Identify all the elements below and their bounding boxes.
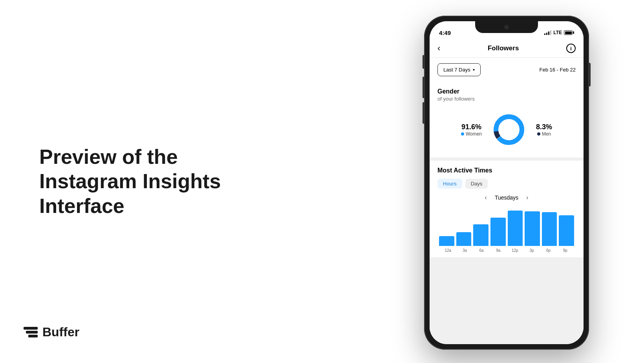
day-navigator: ‹ Tuesdays › (437, 194, 576, 201)
lte-label: LTE (553, 30, 562, 35)
phone-side-button-power (589, 63, 591, 86)
bar-chart (439, 207, 574, 246)
bar-3 (490, 218, 506, 246)
women-percentage: 91.6% (461, 123, 482, 131)
prev-day-button[interactable]: ‹ (485, 194, 487, 201)
bar-5 (525, 211, 540, 246)
women-label: Women (461, 131, 482, 137)
date-range-label: Feb 16 - Feb 22 (540, 67, 576, 73)
scroll-content[interactable]: Gender of your followers 91.6% Women (430, 82, 584, 344)
bar-item-7 (559, 207, 574, 246)
day-label: Tuesdays (495, 194, 518, 201)
phone-frame: 4:49 LTE ‹ (424, 16, 589, 350)
bar-6 (542, 212, 557, 246)
gender-chart-container: 91.6% Women (437, 108, 576, 151)
buffer-logo: Buffer (24, 325, 79, 339)
bar-item-6 (542, 207, 557, 246)
bar-label-3: 9a (491, 248, 506, 253)
bar-label-2: 6a (474, 248, 489, 253)
phone-side-button-vol-down (423, 102, 424, 124)
bar-item-3 (490, 207, 506, 246)
signal-bars-icon (544, 30, 551, 35)
bar-item-5 (525, 207, 540, 246)
back-button[interactable]: ‹ (437, 43, 440, 53)
gender-section: Gender of your followers 91.6% Women (430, 82, 584, 158)
bar-item-2 (473, 207, 488, 246)
phone-wrapper: 4:49 LTE ‹ (424, 16, 589, 350)
bar-item-0 (439, 207, 454, 246)
phone-notch (475, 21, 538, 33)
bar-label-1: 3a (457, 248, 472, 253)
bar-label-4: 12p (508, 248, 523, 253)
men-label: Men (536, 131, 552, 137)
buffer-icon (24, 327, 38, 337)
bar-label-0: 12a (441, 248, 456, 253)
men-dot (537, 132, 540, 136)
women-label-group: 91.6% Women (461, 123, 482, 137)
bar-chart-container: 12a 3a 6a 9a 12p 3p 6p 9p (437, 207, 576, 257)
phone-side-button-mute (423, 55, 424, 69)
bar-labels: 12a 3a 6a 9a 12p 3p 6p 9p (439, 246, 574, 257)
bar-1 (456, 232, 472, 246)
women-dot (461, 132, 464, 136)
left-content-area: Preview of the Instagram Insights Interf… (39, 145, 255, 218)
bar-item-4 (508, 207, 523, 246)
most-active-times-section: Most Active Times Hours Days ‹ Tuesdays … (430, 161, 584, 257)
nav-title: Followers (488, 44, 519, 52)
buffer-logo-text: Buffer (42, 325, 79, 339)
battery-icon (564, 30, 574, 35)
app-content: ‹ Followers i Last 7 Days ▾ Feb 16 - Feb… (430, 39, 584, 344)
most-active-title: Most Active Times (437, 167, 576, 174)
filter-bar: Last 7 Days ▾ Feb 16 - Feb 22 (430, 58, 584, 82)
status-icons: LTE (544, 30, 574, 35)
bar-label-7: 9p (558, 248, 573, 253)
bar-2 (473, 224, 488, 246)
hours-tab[interactable]: Hours (437, 179, 462, 189)
bar-7 (559, 215, 574, 246)
bar-item-1 (456, 207, 472, 246)
bar-label-6: 6p (541, 248, 556, 253)
svg-point-1 (496, 117, 522, 143)
phone-screen: 4:49 LTE ‹ (430, 21, 584, 344)
days-tab[interactable]: Days (465, 179, 488, 189)
men-label-group: 8.3% Men (536, 123, 552, 137)
bar-0 (439, 236, 454, 246)
date-picker-button[interactable]: Last 7 Days ▾ (437, 63, 481, 76)
gender-subtitle: of your followers (437, 96, 576, 102)
phone-side-button-vol-up (423, 77, 424, 98)
gender-title: Gender (437, 88, 576, 95)
gender-donut-chart (491, 112, 527, 147)
info-button[interactable]: i (566, 44, 576, 53)
status-time: 4:49 (439, 29, 451, 36)
phone-camera (504, 25, 509, 29)
men-percentage: 8.3% (536, 123, 552, 131)
time-tabs: Hours Days (437, 179, 576, 189)
nav-header: ‹ Followers i (430, 39, 584, 58)
main-headline: Preview of the Instagram Insights Interf… (39, 145, 255, 218)
bar-4 (508, 211, 523, 246)
chevron-down-icon: ▾ (473, 68, 475, 72)
bar-label-5: 3p (524, 248, 539, 253)
next-day-button[interactable]: › (526, 194, 528, 201)
